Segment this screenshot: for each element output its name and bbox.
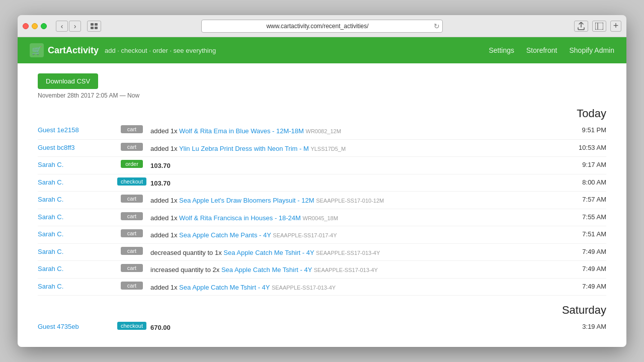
download-csv-button[interactable]: Download CSV <box>38 73 98 89</box>
customer-link[interactable]: Sarah C. <box>38 229 118 238</box>
table-row: Sarah C. cart decreased quantity to 1x S… <box>38 244 606 261</box>
back-button[interactable]: ‹ <box>56 21 68 32</box>
order-badge: order <box>121 160 143 168</box>
date-range: November 28th 2017 2:05 AM — Now <box>38 92 606 99</box>
activity-time: 7:49 AM <box>566 282 606 290</box>
table-row: Sarah C. cart added 1x Sea Apple Catch M… <box>38 226 606 244</box>
table-row: Sarah C. cart added 1x Sea Apple Let's D… <box>38 192 606 209</box>
table-row: Sarah C. order 103.70 9:17 AM <box>38 157 606 174</box>
badge-col: order <box>118 160 150 168</box>
activity-description: added 1x Wolf & Rita Francisca in Houses… <box>150 212 566 223</box>
activity-description: added 1x Sea Apple Let's Draw Bloomers P… <box>150 195 566 206</box>
activity-description: added 1x Ylin Lu Zebra Print Dress with … <box>150 143 566 154</box>
activity-time: 7:55 AM <box>566 212 606 221</box>
forward-button[interactable]: › <box>69 21 81 32</box>
activity-time: 10:53 AM <box>566 143 606 151</box>
cart-badge: cart <box>121 195 143 203</box>
traffic-lights <box>23 23 47 29</box>
activity-time: 3:19 AM <box>566 322 606 330</box>
activity-time: 8:00 AM <box>566 177 606 186</box>
checkout-badge: checkout <box>117 322 146 330</box>
url-input[interactable] <box>201 20 443 33</box>
app-tagline: add · checkout · order · see everything <box>105 47 216 54</box>
table-row: Sarah C. cart increased quantity to 2x S… <box>38 261 606 279</box>
shopify-admin-link[interactable]: Shopify Admin <box>570 46 615 54</box>
cart-badge: cart <box>121 212 143 220</box>
app-name: CartActivity <box>48 45 99 56</box>
cart-badge: cart <box>121 229 143 237</box>
table-row: Sarah C. checkout 103.70 8:00 AM <box>38 174 606 192</box>
product-link[interactable]: Sea Apple Catch Me Tshirt - 4Y <box>179 284 270 291</box>
svg-rect-1 <box>95 23 98 26</box>
customer-link[interactable]: Sarah C. <box>38 195 118 203</box>
customer-link[interactable]: Sarah C. <box>38 247 118 255</box>
reload-button[interactable]: ↻ <box>434 22 440 30</box>
browser-window: ‹ › ↻ + 🛒 CartActivity add · checkout · … <box>18 15 626 347</box>
minimize-button[interactable] <box>32 23 38 29</box>
activity-description: decreased quantity to 1x Sea Apple Catch… <box>150 247 566 258</box>
cart-badge: cart <box>121 282 143 290</box>
activity-description: 103.70 <box>150 177 566 189</box>
activity-description: added 1x Sea Apple Catch Me Pants - 4Y S… <box>150 229 566 240</box>
address-bar: ↻ <box>201 20 443 33</box>
titlebar-right: + <box>574 21 621 32</box>
customer-link[interactable]: Sarah C. <box>38 212 118 221</box>
activity-description: 670.00 <box>150 322 566 333</box>
sidebar-button[interactable] <box>592 21 606 32</box>
svg-rect-2 <box>91 27 94 29</box>
activity-description: increased quantity to 2x Sea Apple Catch… <box>150 264 566 275</box>
activity-description: added 1x Sea Apple Catch Me Tshirt - 4Y … <box>150 282 566 293</box>
badge-col: checkout <box>118 177 150 186</box>
activity-time: 9:51 PM <box>566 125 606 134</box>
customer-link[interactable]: Sarah C. <box>38 160 118 168</box>
badge-col: cart <box>118 125 150 133</box>
close-button[interactable] <box>23 23 29 29</box>
table-row: Sarah C. cart added 1x Wolf & Rita Franc… <box>38 209 606 227</box>
customer-link[interactable]: Sarah C. <box>38 177 118 186</box>
checkout-badge: checkout <box>117 177 146 186</box>
table-row: Sarah C. cart added 1x Sea Apple Catch M… <box>38 279 606 296</box>
customer-link[interactable]: Guest 1e2158 <box>38 125 118 134</box>
svg-rect-3 <box>95 27 98 29</box>
product-link[interactable]: Sea Apple Catch Me Pants - 4Y <box>179 231 271 239</box>
badge-col: cart <box>118 143 150 151</box>
customer-link[interactable]: Guest bc8ff3 <box>38 143 118 151</box>
fullscreen-button[interactable] <box>41 23 47 29</box>
table-row: Guest 4735eb checkout 670.00 3:19 AM <box>38 319 606 336</box>
cart-badge: cart <box>121 247 143 255</box>
new-tab-button[interactable]: + <box>610 21 621 32</box>
badge-col: cart <box>118 247 150 255</box>
badge-col: cart <box>118 212 150 220</box>
badge-col: cart <box>118 282 150 290</box>
app-logo: 🛒 CartActivity add · checkout · order · … <box>30 43 216 57</box>
product-link[interactable]: Sea Apple Catch Me Tshirt - 4Y <box>223 249 314 256</box>
saturday-section-header: Saturday <box>38 304 606 317</box>
content-area: Download CSV November 28th 2017 2:05 AM … <box>18 63 626 347</box>
cart-badge: cart <box>121 125 143 133</box>
tab-overview-button[interactable] <box>87 21 101 32</box>
table-row: Guest 1e2158 cart added 1x Wolf & Rita E… <box>38 122 606 140</box>
header-nav: Settings Storefront Shopify Admin <box>489 46 614 54</box>
customer-link[interactable]: Guest 4735eb <box>38 322 118 330</box>
customer-link[interactable]: Sarah C. <box>38 264 118 273</box>
product-link[interactable]: Wolf & Rita Ema in Blue Waves - 12M-18M <box>179 127 304 135</box>
activity-time: 9:17 AM <box>566 160 606 168</box>
nav-buttons: ‹ › <box>56 21 81 32</box>
cart-badge: cart <box>121 143 143 151</box>
activity-time: 7:57 AM <box>566 195 606 203</box>
product-link[interactable]: Ylin Lu Zebra Print Dress with Neon Trim… <box>179 145 309 152</box>
table-row: Guest bc8ff3 cart added 1x Ylin Lu Zebra… <box>38 140 606 157</box>
svg-rect-0 <box>91 23 94 26</box>
badge-col: checkout <box>118 322 150 330</box>
share-button[interactable] <box>574 21 588 32</box>
product-link[interactable]: Wolf & Rita Francisca in Houses - 18-24M <box>179 214 301 222</box>
product-link[interactable]: Sea Apple Let's Draw Bloomers Playsuit -… <box>179 197 314 204</box>
storefront-link[interactable]: Storefront <box>526 46 557 54</box>
settings-link[interactable]: Settings <box>489 46 514 54</box>
product-link[interactable]: Sea Apple Catch Me Tshirt - 4Y <box>221 266 312 274</box>
activity-description: 103.70 <box>150 160 566 171</box>
badge-col: cart <box>118 195 150 203</box>
customer-link[interactable]: Sarah C. <box>38 282 118 290</box>
badge-col: cart <box>118 264 150 272</box>
app-header: 🛒 CartActivity add · checkout · order · … <box>18 37 626 63</box>
